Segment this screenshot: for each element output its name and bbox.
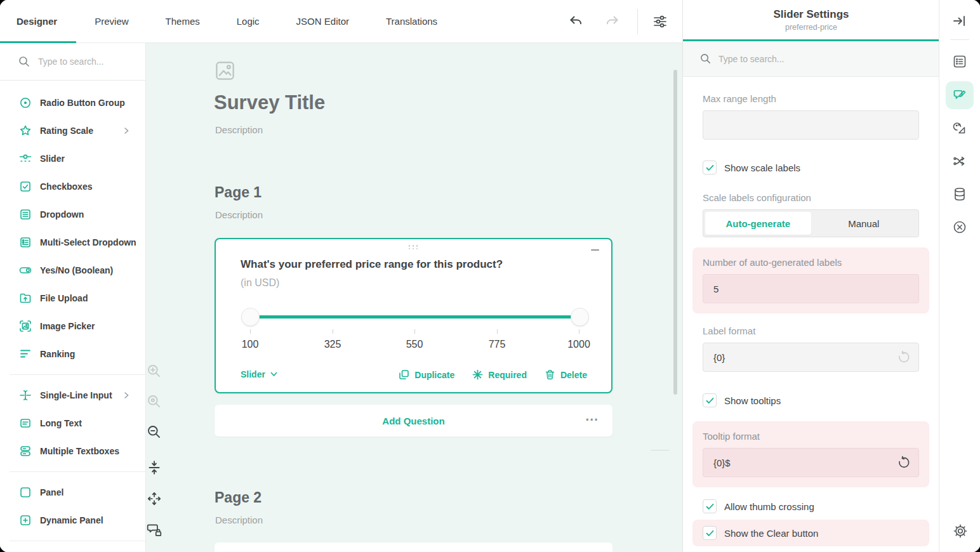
question-card-slider[interactable]: What's your preferred price range for th… <box>215 238 612 393</box>
collapse-panel-icon[interactable] <box>952 13 967 29</box>
survey-description[interactable]: Description <box>215 124 263 135</box>
page2-description[interactable]: Description <box>215 515 263 525</box>
add-question-menu-icon[interactable]: ⋯ <box>585 412 600 427</box>
toolbox-item-dropdown[interactable]: Dropdown <box>0 200 145 228</box>
add-question-label: Add Question <box>382 416 444 426</box>
chevron-right-icon[interactable] <box>122 391 130 399</box>
tab-json-editor[interactable]: JSON Editor <box>278 0 368 43</box>
drag-handle-icon[interactable] <box>409 245 419 249</box>
auto-generated-labels-count-input[interactable] <box>703 275 918 303</box>
tooltip-format-field <box>703 448 919 477</box>
slider-track[interactable] <box>250 315 579 319</box>
toolbox-item-slider[interactable]: Slider <box>0 145 145 173</box>
toolbox-item-label: Checkboxes <box>40 181 92 192</box>
tab-translations[interactable]: Translations <box>368 0 456 43</box>
page1-title[interactable]: Page 1 <box>215 184 262 201</box>
toolbox-item-ranking[interactable]: Ranking <box>0 340 145 368</box>
toolbox-search-input[interactable]: Type to search... <box>0 43 145 81</box>
delete-trash-icon <box>545 369 555 380</box>
clear-translations-tab-icon[interactable] <box>952 220 967 235</box>
allow-thumb-crossing-checkbox[interactable]: Allow thumb crossing <box>703 499 919 513</box>
toolbox-item-label: Multiple Textboxes <box>40 446 119 456</box>
toolbox-item-checkboxes[interactable]: Checkboxes <box>0 173 145 200</box>
topbar-divider <box>637 9 638 34</box>
toolbox-item-multiple-textboxes[interactable]: Multiple Textboxes <box>0 437 145 465</box>
add-question-button[interactable]: Add Question ⋯ <box>215 405 612 437</box>
toolbox-item-label: Slider <box>40 154 65 164</box>
themes-tab-icon[interactable] <box>952 121 967 136</box>
zoom-reset-icon[interactable] <box>146 393 162 410</box>
json-data-tab-icon[interactable] <box>952 187 967 202</box>
adjust-sliders-icon[interactable] <box>652 13 668 30</box>
dropdown-icon <box>19 208 32 221</box>
tooltip-format-input[interactable] <box>703 449 918 476</box>
logic-tab-icon[interactable] <box>952 154 967 169</box>
survey-title[interactable]: Survey Title <box>214 91 325 114</box>
question-type-selector[interactable]: Slider <box>241 369 277 379</box>
settings-panel-subtitle: preferred-price <box>683 21 939 32</box>
question-title[interactable]: What's your preferred price range for th… <box>241 258 503 271</box>
zoom-out-icon[interactable] <box>146 424 162 440</box>
collapse-question-icon[interactable] <box>591 246 601 254</box>
toolbox-item-panel[interactable]: Panel <box>0 478 145 506</box>
toolbox-item-label: Rating Scale <box>40 126 93 136</box>
label-format-input[interactable] <box>703 343 918 371</box>
tab-preview[interactable]: Preview <box>76 0 147 43</box>
tab-designer[interactable]: Designer <box>0 0 76 43</box>
settings-gear-icon[interactable] <box>952 523 967 538</box>
slider-scale-label: 1000 <box>567 339 590 350</box>
slider-icon <box>19 152 32 165</box>
zoom-in-icon[interactable] <box>146 363 162 379</box>
reset-icon[interactable] <box>897 350 911 364</box>
reset-icon[interactable] <box>897 456 911 470</box>
toolbox-item-label: Image Picker <box>40 321 95 331</box>
toolbox-item-multi-select-dropdown[interactable]: Multi-Select Dropdown <box>0 228 145 256</box>
toolbox-item-long-text[interactable]: Long Text <box>0 409 145 437</box>
toolbox-item-single-line-input[interactable]: Single-Line Input <box>0 381 145 409</box>
canvas-scrollbar[interactable] <box>673 70 677 395</box>
fit-to-page-icon[interactable] <box>146 459 162 476</box>
toolbox-item-dynamic-panel[interactable]: Dynamic Panel <box>0 506 145 534</box>
max-range-length-input[interactable] <box>703 111 918 139</box>
slider-thumb-max[interactable] <box>571 308 589 326</box>
property-grid-icon[interactable] <box>946 81 974 109</box>
show-clear-button-checkbox[interactable]: Show the Clear button <box>703 526 919 540</box>
page1-description[interactable]: Description <box>215 209 263 220</box>
toolbox-item-label: Multi-Select Dropdown <box>40 237 136 247</box>
radio-button-group-icon <box>19 96 32 109</box>
tab-themes[interactable]: Themes <box>147 0 218 43</box>
question-subtitle[interactable]: (in USD) <box>241 277 279 289</box>
required-button[interactable]: Required <box>472 369 527 380</box>
tab-logic[interactable]: Logic <box>218 0 278 43</box>
duplicate-button[interactable]: Duplicate <box>399 369 454 380</box>
toolbox-item-label: Single-Line Input <box>40 390 112 400</box>
segment-auto-generate[interactable]: Auto-generate <box>705 212 811 235</box>
toolbox-item-rating-scale[interactable]: Rating Scale <box>0 117 145 145</box>
slider-thumb-min[interactable] <box>241 308 260 326</box>
page2-add-question-row[interactable] <box>215 542 612 552</box>
survey-logo-placeholder-icon[interactable] <box>214 60 236 82</box>
toolbox-item-boolean[interactable]: Yes/No (Boolean) <box>0 256 145 284</box>
duplicate-icon <box>399 369 409 380</box>
settings-panel-header: Slider Settings preferred-price <box>683 0 939 41</box>
toolbox-tab-icon[interactable] <box>952 54 967 69</box>
toolbox-item-image-picker[interactable]: Image Picker <box>0 312 145 340</box>
chevron-right-icon[interactable] <box>122 127 130 135</box>
toolbox-item-radio-button-group[interactable]: Radio Button Group <box>0 89 145 117</box>
question-type-label: Slider <box>241 369 265 379</box>
ranking-icon <box>19 348 32 360</box>
show-scale-labels-label: Show scale labels <box>724 162 800 173</box>
toolbox-items: Radio Button Group Rating Scale <box>0 81 145 541</box>
segment-manual[interactable]: Manual <box>811 212 917 235</box>
lock-questions-icon[interactable] <box>146 522 162 538</box>
toolbox-item-file-upload[interactable]: File Upload <box>0 284 145 312</box>
show-scale-labels-checkbox[interactable]: Show scale labels <box>703 161 919 174</box>
undo-icon[interactable] <box>567 13 584 30</box>
delete-button[interactable]: Delete <box>545 369 587 380</box>
show-tooltips-checkbox[interactable]: Show tooltips <box>703 393 919 407</box>
page2-title[interactable]: Page 2 <box>215 489 262 506</box>
redo-icon[interactable] <box>604 13 621 30</box>
settings-search-input[interactable]: Type to search... <box>683 41 939 77</box>
pan-expand-icon[interactable] <box>146 490 162 507</box>
slider-tick <box>414 329 415 334</box>
